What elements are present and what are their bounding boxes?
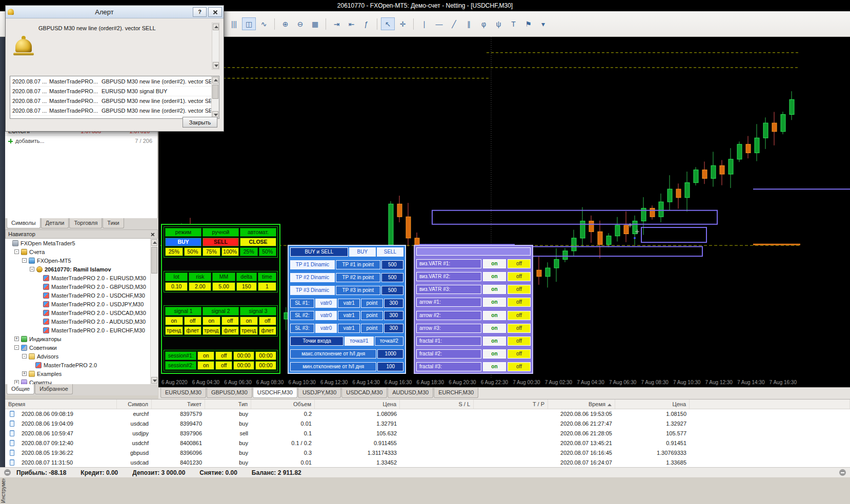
collapse-icon[interactable]: - (30, 267, 34, 271)
market-watch-tab-1[interactable]: Символы (7, 218, 41, 228)
navigator-item[interactable]: MasterTradePRO 2.0 - USDJPY,M30 (5, 300, 150, 308)
collapse-panel-icon[interactable] (839, 469, 846, 476)
tp1-value-input[interactable]: 500 (381, 260, 403, 269)
alert-row[interactable]: 2020.08.07 ...MasterTradePRO...GBPUSD M3… (10, 106, 211, 116)
chart-tab-4[interactable]: USDJPY,M30 (298, 388, 341, 398)
scroll-up-icon[interactable] (213, 24, 219, 30)
param-value-input-2[interactable]: 2.00 (189, 282, 211, 291)
history-column-type[interactable]: Тип (205, 400, 251, 409)
entry-points-button[interactable]: Точки входа (290, 337, 343, 346)
close-icon[interactable] (149, 231, 156, 238)
sl1-value-input[interactable]: 300 (384, 299, 403, 308)
collapse-icon[interactable]: - (14, 345, 19, 350)
candlestick-chart-icon[interactable]: ◫ (242, 17, 256, 30)
session-2-to-input[interactable]: 00:00 (255, 361, 276, 370)
navigator-item[interactable]: MasterTradePRO 2.0 - EURUSD,M30 (5, 274, 150, 282)
history-row[interactable]: 2020.08.07 11:31:50usdcad8401230buy0.011… (5, 458, 850, 468)
vertical-line-icon[interactable]: ∣ (417, 17, 431, 30)
sl2-point-button[interactable]: point (361, 311, 383, 320)
percent-button-1[interactable]: 25% (165, 247, 183, 256)
percent-button-4[interactable]: 100% (221, 247, 239, 256)
navigator-item[interactable]: +Examples (5, 369, 150, 378)
sl1-vatr1-button[interactable]: vatr1 (338, 299, 360, 308)
toggle-off-button-4[interactable]: off (508, 298, 531, 307)
signal-2-off-button[interactable]: off (221, 317, 239, 325)
history-column-open_time[interactable]: Время (5, 400, 117, 409)
chart-window[interactable]: ollar vs Swiss Franc BUY 0.1 at 0.911455… (158, 37, 850, 377)
toggle-off-button-5[interactable]: off (508, 311, 531, 320)
fibonacci-icon[interactable]: φ (477, 17, 491, 30)
signal-3-on-button[interactable]: on (240, 317, 258, 325)
param-value-input-3[interactable]: 5.00 (212, 282, 235, 291)
alert-row[interactable]: 2020.08.07 ...MasterTradePRO...GBPUSD M3… (10, 96, 211, 106)
scroll-up-icon[interactable] (151, 239, 157, 246)
buy-and-sell-button[interactable]: BUY и SELL (290, 247, 348, 257)
add-symbol-row[interactable]: добавить... 7 / 206 (5, 137, 157, 145)
percent-button-3[interactable]: 75% (203, 247, 220, 256)
history-row[interactable]: 2020.08.06 10:59:47usdjpy8397906sell0.11… (5, 429, 850, 438)
signal-1-on-button[interactable]: on (165, 317, 183, 325)
sl3-vatr1-button[interactable]: vatr1 (338, 324, 360, 333)
mode-button-3[interactable]: автомат. (240, 228, 276, 237)
signal-mode-button-6[interactable]: флет (259, 326, 277, 335)
toggle-off-button-1[interactable]: off (508, 259, 531, 268)
equidistant-channel-icon[interactable]: ∥ (462, 17, 476, 30)
history-column-volume[interactable]: Объем (251, 400, 315, 409)
navigator-item[interactable]: -20610770: Ramil Islamov (5, 265, 150, 274)
history-column-close_time[interactable]: Время (548, 400, 615, 409)
navigator-item[interactable]: -Advisors (5, 352, 150, 361)
toggle-on-button-4[interactable]: on (483, 298, 506, 307)
sell-button[interactable]: SELL (203, 238, 239, 246)
alert-row[interactable]: 2020.08.07 ...MasterTradePRO...GBPUSD M3… (10, 77, 211, 87)
horizontal-line-icon[interactable]: ― (432, 17, 446, 30)
text-label-icon[interactable]: T (507, 17, 520, 30)
history-column-close_price[interactable]: Цена (615, 400, 690, 409)
toggle-on-button-6[interactable]: on (483, 324, 506, 333)
history-column-symbol[interactable]: Символ (117, 400, 152, 409)
navigator-scrollbar[interactable] (150, 239, 158, 384)
tp2-value-input[interactable]: 500 (381, 273, 403, 282)
mode-button-2[interactable]: ручной (203, 228, 239, 237)
tile-windows-icon[interactable]: ▦ (308, 17, 322, 30)
zoom-out-icon[interactable]: ⊖ (293, 17, 307, 30)
navigator-item[interactable]: MasterTradePRO 2.0 - USDCHF,M30 (5, 291, 150, 300)
history-column-sl[interactable]: S / L (400, 400, 474, 409)
param-value-input-1[interactable]: 0.10 (165, 282, 188, 291)
sell-only-button[interactable]: SELL (377, 247, 403, 257)
buy-only-button[interactable]: BUY (349, 247, 376, 257)
collapse-icon[interactable]: - (22, 258, 27, 263)
cursor-icon[interactable]: ↖ (381, 17, 395, 30)
history-row[interactable]: 2020.08.06 09:08:19eurchf8397579buy0.21.… (5, 409, 850, 419)
toggle-on-button-7[interactable]: on (483, 337, 506, 346)
market-watch-tab-2[interactable]: Детали (41, 218, 69, 228)
chart-tab-2[interactable]: GBPUSD,M30 (207, 388, 252, 398)
session-1-to-input[interactable]: 00:00 (255, 351, 276, 360)
history-row[interactable]: 2020.08.05 19:36:22gbpusd8396096buy0.31.… (5, 448, 850, 458)
toggle-on-button-5[interactable]: on (483, 311, 506, 320)
tp3-in-point-button[interactable]: TP #3 in point (336, 286, 380, 295)
chart-tab-1[interactable]: EURUSD,M30 (160, 388, 206, 398)
signal-mode-button-4[interactable]: флет (221, 326, 239, 335)
navigator-item[interactable]: +Скрипты (5, 378, 150, 384)
collapse-toolbox-icon[interactable] (4, 469, 11, 476)
session-2-off-button[interactable]: off (215, 361, 232, 370)
navigator-item[interactable]: MasterTradePRO 2.0 - GBPUSD,M30 (5, 282, 150, 291)
alert-row[interactable]: 2020.08.07 ...MasterTradePRO...EURUSD M3… (10, 87, 211, 96)
chart-tab-3[interactable]: USDCHF,M30 (253, 388, 297, 398)
sl3-point-button[interactable]: point (361, 324, 383, 333)
sl1-vatr0-button[interactable]: vatr0 (315, 299, 337, 308)
toggle-on-button-9[interactable]: on (483, 362, 506, 371)
session-1-off-button[interactable]: off (215, 351, 232, 360)
tp3-dinamic-button[interactable]: TP #3 Dinamic (290, 286, 335, 295)
tp2-in-point-button[interactable]: TP #2 in point (336, 273, 380, 282)
signal-mode-button-2[interactable]: флет (184, 326, 202, 335)
toggle-off-button-6[interactable]: off (508, 324, 531, 333)
market-watch-tab-4[interactable]: Тики (103, 218, 124, 228)
percent-button-2[interactable]: 50% (184, 247, 202, 256)
navigator-tab-1[interactable]: Общие (7, 384, 34, 394)
sl2-vatr1-button[interactable]: vatr1 (338, 311, 360, 320)
scroll-up-icon[interactable] (212, 77, 218, 83)
arrow-objects-icon[interactable]: ⚑ (521, 17, 535, 30)
history-column-price[interactable]: Цена (315, 400, 400, 409)
signal-mode-button-5[interactable]: тренд (240, 326, 258, 335)
